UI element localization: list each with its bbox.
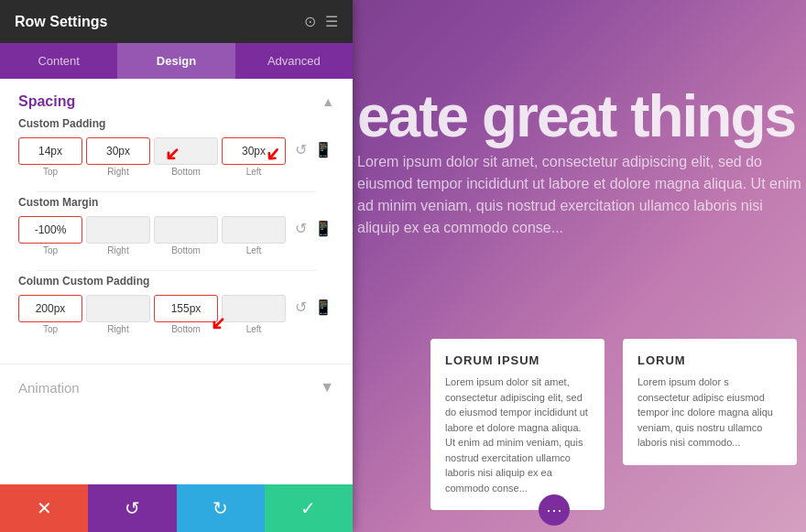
custom-margin-row: Top Right Bottom Left ↺ — [18, 216, 334, 255]
col-padding-top-col: Top — [18, 295, 82, 334]
card-2-title: LORUM — [637, 353, 782, 367]
undo-icon: ↺ — [125, 497, 140, 519]
cancel-button[interactable]: ✕ — [0, 484, 88, 532]
padding-right-input[interactable] — [86, 137, 150, 165]
margin-bottom-label: Bottom — [171, 245, 201, 255]
padding-left-col: Left — [222, 137, 286, 177]
padding-device-button[interactable]: 📱 — [312, 139, 334, 160]
padding-top-label: Top — [43, 167, 58, 177]
panel-body: Spacing ▲ Custom Padding Top Right — [0, 79, 353, 532]
margin-right-label: Right — [107, 245, 128, 255]
col-padding-right-col: Right — [86, 295, 150, 334]
animation-title: Animation — [18, 380, 80, 396]
panel-icon-target[interactable]: ⊙ — [304, 13, 316, 30]
margin-bottom-input[interactable] — [154, 216, 218, 244]
col-padding-right-label: Right — [107, 324, 128, 334]
column-padding-group: Column Custom Padding Top Right Bottom — [18, 275, 334, 334]
margin-left-label: Left — [246, 245, 262, 255]
padding-actions: ↺ 📱 — [293, 137, 334, 160]
card-1-text: Lorem ipsum dolor sit amet, consectetur … — [445, 375, 590, 495]
custom-padding-title: Custom Padding — [18, 117, 334, 130]
custom-margin-title: Custom Margin — [18, 196, 334, 209]
custom-padding-row: Top Right Bottom Left ↺ — [18, 137, 334, 177]
redo-icon: ↻ — [212, 497, 228, 519]
padding-bottom-col: Bottom — [154, 137, 218, 177]
tab-design[interactable]: Design — [117, 43, 234, 79]
redo-button[interactable]: ↻ — [177, 484, 265, 532]
dot-menu-button[interactable]: ⋯ — [539, 494, 570, 526]
panel-header-icons: ⊙ ☰ — [304, 13, 338, 30]
row-settings-panel: Row Settings ⊙ ☰ Content Design Advanced… — [0, 0, 353, 532]
card-2: LORUM Lorem ipsum dolor s consectetur ad… — [623, 339, 797, 465]
divider-2 — [37, 270, 316, 271]
margin-reset-button[interactable]: ↺ — [293, 218, 309, 239]
padding-right-col: Right — [86, 137, 150, 177]
animation-section-header[interactable]: Animation ▼ — [0, 364, 353, 410]
col-padding-right-input[interactable] — [86, 295, 150, 322]
card-2-text: Lorem ipsum dolor s consectetur adipisc … — [637, 375, 782, 451]
margin-top-label: Top — [43, 245, 58, 255]
tab-content[interactable]: Content — [0, 43, 117, 79]
col-padding-device-button[interactable]: 📱 — [312, 297, 334, 318]
col-padding-left-label: Left — [246, 324, 262, 334]
col-padding-left-col: Left — [222, 295, 286, 334]
col-padding-left-input[interactable] — [222, 295, 286, 322]
spacing-collapse-icon: ▲ — [321, 94, 334, 109]
card-1: LORUM IPSUM Lorem ipsum dolor sit amet, … — [430, 339, 604, 510]
col-padding-reset-button[interactable]: ↺ — [293, 297, 309, 318]
margin-right-col: Right — [86, 216, 150, 255]
margin-device-button[interactable]: 📱 — [312, 218, 334, 239]
hero-text: eate great things — [357, 82, 795, 150]
save-button[interactable]: ✓ — [265, 484, 353, 532]
undo-button[interactable]: ↺ — [88, 484, 176, 532]
padding-left-label: Left — [246, 167, 262, 177]
custom-margin-group: Custom Margin Top Right Bottom — [18, 196, 334, 255]
col-padding-bottom-input[interactable] — [154, 295, 218, 322]
padding-top-input[interactable] — [18, 137, 82, 165]
margin-top-input[interactable] — [18, 216, 82, 244]
padding-reset-button[interactable]: ↺ — [293, 139, 309, 160]
padding-bottom-label: Bottom — [171, 167, 201, 177]
animation-expand-icon: ▼ — [320, 379, 334, 396]
panel-icon-menu[interactable]: ☰ — [325, 13, 338, 30]
custom-padding-group: Custom Padding Top Right Bottom — [18, 117, 334, 177]
divider-1 — [37, 191, 316, 192]
col-padding-bottom-label: Bottom — [171, 324, 201, 334]
col-padding-actions: ↺ 📱 — [293, 295, 334, 318]
margin-left-input[interactable] — [222, 216, 286, 244]
margin-right-input[interactable] — [86, 216, 150, 244]
column-padding-title: Column Custom Padding — [18, 275, 334, 288]
panel-title: Row Settings — [15, 14, 107, 30]
panel-tabs: Content Design Advanced — [0, 43, 353, 79]
padding-bottom-input[interactable] — [154, 137, 218, 165]
spacing-title: Spacing — [18, 93, 75, 110]
col-padding-top-label: Top — [43, 324, 58, 334]
save-icon: ✓ — [300, 497, 316, 519]
padding-right-label: Right — [107, 167, 128, 177]
bottom-bar: ✕ ↺ ↻ ✓ — [0, 484, 353, 532]
panel-header: Row Settings ⊙ ☰ — [0, 0, 353, 43]
col-padding-top-input[interactable] — [18, 295, 82, 322]
col-padding-bottom-col: Bottom — [154, 295, 218, 334]
margin-left-col: Left — [222, 216, 286, 255]
card-1-title: LORUM IPSUM — [445, 353, 590, 367]
tab-advanced[interactable]: Advanced — [235, 43, 353, 79]
padding-left-input[interactable] — [222, 137, 286, 165]
padding-top-col: Top — [18, 137, 82, 177]
margin-top-col: Top — [18, 216, 82, 255]
cancel-icon: ✕ — [37, 497, 52, 519]
spacing-section-header[interactable]: Spacing ▲ — [0, 79, 353, 117]
margin-actions: ↺ 📱 — [293, 216, 334, 239]
column-padding-row: Top Right Bottom Left ↺ — [18, 295, 334, 334]
spacing-section-content: Custom Padding Top Right Bottom — [0, 117, 353, 364]
margin-bottom-col: Bottom — [154, 216, 218, 255]
hero-subtitle: Lorem ipsum dolor sit amet, consectetur … — [357, 151, 806, 239]
